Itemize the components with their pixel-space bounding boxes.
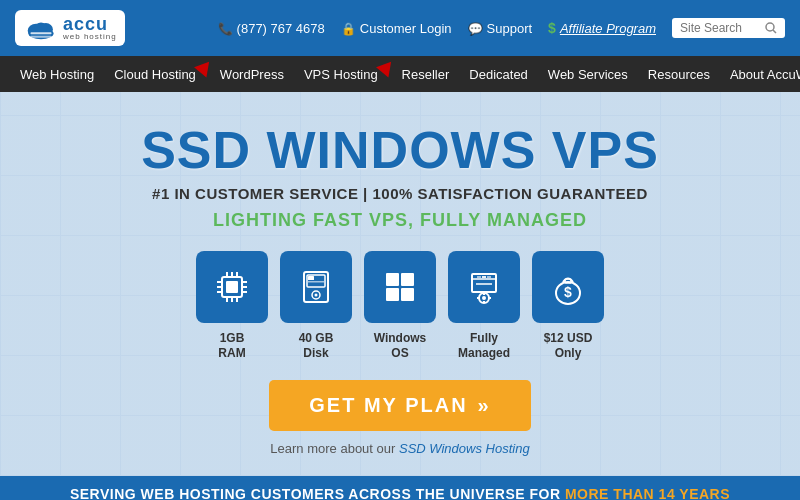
support-label: Support <box>487 21 533 36</box>
svg-rect-9 <box>226 281 238 293</box>
cta-arrows-icon: » <box>478 394 491 417</box>
search-icon <box>765 22 777 34</box>
managed-label: FullyManaged <box>458 331 510 360</box>
svg-rect-29 <box>401 273 414 286</box>
windows-label: WindowsOS <box>374 331 427 360</box>
svg-rect-25 <box>308 281 324 283</box>
disk-icon-box <box>280 251 352 323</box>
feature-disk: 40 GBDisk <box>280 251 352 360</box>
nav-item-web-services[interactable]: Web Services <box>538 56 638 92</box>
logo-sub: web hosting <box>63 33 117 41</box>
hero-title: SSD WINDOWS VPS <box>20 122 780 179</box>
svg-rect-37 <box>482 276 486 278</box>
header-right: (877) 767 4678 Customer Login Support Af… <box>218 18 785 38</box>
search-input[interactable] <box>680 21 760 35</box>
windows-icon-box <box>364 251 436 323</box>
disk-label: 40 GBDisk <box>299 331 334 360</box>
gear-icon <box>464 267 504 307</box>
bottom-bar: SERVING WEB HOSTING CUSTOMERS ACROSS THE… <box>0 476 800 500</box>
nav-item-dedicated[interactable]: Dedicated <box>459 56 538 92</box>
svg-point-40 <box>482 296 486 300</box>
learn-more-link[interactable]: SSD Windows Hosting <box>399 441 530 456</box>
logo-brand: accu <box>63 15 117 33</box>
features-list: 1GBRAM 40 GBDisk <box>20 251 780 360</box>
svg-line-7 <box>773 30 776 33</box>
phone-number: (877) 767 4678 <box>218 21 325 36</box>
nav-item-web-hosting[interactable]: Web Hosting <box>10 56 104 92</box>
disk-icon <box>296 267 336 307</box>
support-link[interactable]: Support <box>468 21 533 36</box>
bottom-bar-text: SERVING WEB HOSTING CUSTOMERS ACROSS THE… <box>70 486 565 500</box>
phone-icon <box>218 21 233 36</box>
feature-price: $ $12 USDOnly <box>532 251 604 360</box>
phone-text: (877) 767 4678 <box>237 21 325 36</box>
lock-icon <box>341 21 356 36</box>
ram-label: 1GBRAM <box>218 331 245 360</box>
svg-rect-31 <box>401 288 414 301</box>
price-label: $12 USDOnly <box>544 331 593 360</box>
cta-area: GET MY PLAN » <box>20 380 780 431</box>
cta-label: GET MY PLAN <box>309 394 467 417</box>
svg-text:$: $ <box>564 284 572 300</box>
support-icon <box>468 21 483 36</box>
feature-windows: WindowsOS <box>364 251 436 360</box>
feature-managed: FullyManaged <box>448 251 520 360</box>
svg-rect-30 <box>386 288 399 301</box>
logo-area: accu web hosting <box>15 10 125 46</box>
bottom-bar-highlight: MORE THAN 14 YEARS <box>565 486 730 500</box>
managed-icon-box <box>448 251 520 323</box>
get-plan-button[interactable]: GET MY PLAN » <box>269 380 530 431</box>
affiliate-label: Affiliate Program <box>560 21 656 36</box>
svg-point-27 <box>315 294 318 297</box>
hero-subtitle: #1 IN CUSTOMER SERVICE | 100% SATISFACTI… <box>20 185 780 202</box>
svg-rect-39 <box>487 276 491 278</box>
svg-point-3 <box>35 22 48 33</box>
hero-section: SSD WINDOWS VPS #1 IN CUSTOMER SERVICE |… <box>0 92 800 476</box>
nav-item-cloud-hosting[interactable]: Cloud Hosting <box>104 56 210 92</box>
cpu-icon <box>212 267 252 307</box>
main-nav: Web Hosting Cloud Hosting WordPress VPS … <box>0 56 800 92</box>
hero-tagline: LIGHTING FAST VPS, FULLY MANAGED <box>20 210 780 231</box>
logo-box: accu web hosting <box>15 10 125 46</box>
customer-login-label: Customer Login <box>360 21 452 36</box>
feature-ram: 1GBRAM <box>196 251 268 360</box>
nav-item-about[interactable]: About AccuWeb <box>720 56 800 92</box>
money-bag-icon: $ <box>548 267 588 307</box>
svg-rect-28 <box>386 273 399 286</box>
svg-rect-24 <box>308 276 314 280</box>
nav-item-resources[interactable]: Resources <box>638 56 720 92</box>
ram-icon-box <box>196 251 268 323</box>
logo-cloud-icon <box>23 14 59 42</box>
svg-point-6 <box>766 23 774 31</box>
nav-item-reseller[interactable]: Reseller <box>392 56 460 92</box>
search-box[interactable] <box>672 18 785 38</box>
svg-rect-4 <box>31 32 52 34</box>
nav-item-vps-hosting[interactable]: VPS Hosting <box>294 56 392 92</box>
dollar-icon <box>548 20 556 36</box>
svg-rect-38 <box>477 276 481 278</box>
affiliate-link[interactable]: Affiliate Program <box>548 20 656 36</box>
learn-more-text: Learn more about our SSD Windows Hosting <box>20 441 780 456</box>
header: accu web hosting (877) 767 4678 Customer… <box>0 0 800 56</box>
customer-login-link[interactable]: Customer Login <box>341 21 452 36</box>
windows-icon <box>382 269 418 305</box>
price-icon-box: $ <box>532 251 604 323</box>
svg-rect-5 <box>31 36 52 38</box>
logo-text: accu web hosting <box>63 15 117 41</box>
nav-item-wordpress[interactable]: WordPress <box>210 56 294 92</box>
